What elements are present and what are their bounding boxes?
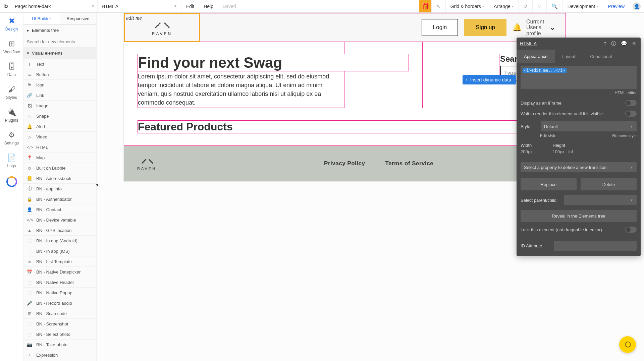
- element-icon: 🎤: [27, 301, 32, 306]
- gift-icon[interactable]: 🎁: [419, 0, 431, 12]
- palette-item[interactable]: TText: [23, 59, 96, 69]
- close-icon[interactable]: ✕: [631, 41, 637, 47]
- palette-item[interactable]: ≡BN - List Template: [23, 256, 96, 267]
- palette-item[interactable]: 📍Map: [23, 153, 96, 163]
- rail-data[interactable]: 🗄 Data: [0, 58, 23, 81]
- comment-icon[interactable]: 💬: [620, 41, 628, 47]
- undo-button[interactable]: ↺: [518, 0, 532, 12]
- help-fab[interactable]: ⬡: [619, 336, 636, 353]
- palette-item[interactable]: ⬚BN - Screenshot: [23, 319, 96, 329]
- info-icon[interactable]: ⓘ: [610, 41, 617, 47]
- palette-item[interactable]: ⊞BN - Scan code: [23, 308, 96, 319]
- edit-menu[interactable]: Edit: [181, 0, 199, 12]
- bubble-logo[interactable]: b: [0, 3, 12, 10]
- element-selector[interactable]: HTML A ▼: [98, 0, 181, 12]
- rail-logs[interactable]: 📄 Logs: [0, 149, 23, 172]
- privacy-link[interactable]: Privacy Policy: [324, 160, 365, 167]
- styles-icon: 🖌: [8, 85, 15, 94]
- login-button[interactable]: Login: [422, 19, 459, 36]
- rail-design[interactable]: ✖ Design: [0, 13, 23, 36]
- tab-conditional[interactable]: Conditional: [583, 50, 619, 63]
- arrange-menu[interactable]: Arrange ▾: [489, 0, 518, 12]
- mode-menu[interactable]: Development ▾: [562, 0, 603, 12]
- signup-button[interactable]: Sign up: [464, 19, 506, 36]
- lock-toggle[interactable]: [625, 227, 637, 233]
- search-button[interactable]: 🔍: [546, 0, 562, 12]
- palette-item[interactable]: 📅BN - Native Datepicker: [23, 267, 96, 277]
- tab-appearance[interactable]: Appearance: [517, 50, 555, 63]
- lock-label: Lock this element (not draggable in edit…: [521, 227, 622, 232]
- tab-responsive[interactable]: Responsive: [60, 13, 97, 24]
- rail-plugins[interactable]: 🔌 Plugins: [0, 104, 23, 127]
- palette-item[interactable]: 📷BN - Take photo: [23, 340, 96, 350]
- palette-item[interactable]: ▷Video: [23, 132, 96, 142]
- replace-button[interactable]: Replace: [521, 178, 577, 190]
- html-a-element[interactable]: edit me ⟋⟍ RAVEN: [124, 13, 200, 42]
- rail-styles[interactable]: 🖌 Styles: [0, 81, 23, 104]
- palette-item[interactable]: 👤BN - Contact: [23, 204, 96, 215]
- palette-item[interactable]: ⬚BN - In app (Android): [23, 236, 96, 246]
- page-selector[interactable]: Page: home-dark ▼: [12, 0, 98, 12]
- palette-item[interactable]: 🔗Link: [23, 90, 96, 101]
- chevron-down-icon[interactable]: ⌄: [549, 23, 555, 32]
- style-select[interactable]: Default ▼: [541, 121, 637, 131]
- palette-item[interactable]: ◇Shape: [23, 111, 96, 121]
- palette-item[interactable]: </>HTML: [23, 142, 96, 153]
- palette-item[interactable]: ⚑Icon: [23, 80, 96, 90]
- preview-button[interactable]: Preview: [603, 0, 629, 12]
- reveal-button[interactable]: Reveal in the Elements tree: [521, 210, 637, 222]
- tab-layout[interactable]: Layout: [555, 50, 583, 63]
- visual-elements-header[interactable]: ▾ Visual elements: [23, 48, 96, 59]
- palette-item[interactable]: 🔔Alert: [23, 121, 96, 132]
- search-elements[interactable]: [23, 36, 96, 48]
- terms-link[interactable]: Terms of Service: [385, 160, 433, 167]
- palette-item[interactable]: 📒BN - Addressbook: [23, 173, 96, 184]
- palette-item[interactable]: ⬚BN - In app (iOS): [23, 246, 96, 256]
- inspector-title[interactable]: HTML A: [520, 41, 600, 46]
- chevron-down-icon: ▼: [91, 4, 95, 8]
- help-menu[interactable]: Help: [199, 0, 218, 12]
- grid-borders-menu[interactable]: Grid & borders ▾: [445, 0, 489, 12]
- element-icon: 🔗: [27, 93, 32, 98]
- palette-item[interactable]: ⬚BN - Native Popup: [23, 288, 96, 298]
- pointer-tool[interactable]: ↖: [431, 0, 445, 12]
- palette-item[interactable]: </>BN - Device variable: [23, 215, 96, 225]
- user-label: Current User's profile: [526, 19, 545, 37]
- palette-item[interactable]: ⓘBN - app info: [23, 184, 96, 194]
- palette-item[interactable]: ▲BN - GPS location: [23, 225, 96, 236]
- palette-item[interactable]: 🖼Image: [23, 101, 96, 111]
- tab-ui-builder[interactable]: UI Builder: [23, 13, 60, 24]
- edit-style-link[interactable]: Edit style: [540, 133, 556, 138]
- palette-item[interactable]: 🎤BN - Record audio: [23, 298, 96, 308]
- palette-item[interactable]: 🔒BN - Authenticator: [23, 194, 96, 204]
- bell-icon[interactable]: 🔔: [513, 23, 522, 32]
- elements-tree-toggle[interactable]: ▸ Elements tree: [23, 25, 96, 36]
- palette-item[interactable]: ＋Expression: [23, 350, 96, 360]
- parent-select[interactable]: ▼: [564, 195, 637, 205]
- delete-button[interactable]: Delete: [581, 178, 637, 190]
- element-icon: ＋: [27, 352, 32, 358]
- insert-dynamic-data-button[interactable]: › Insert dynamic data: [463, 75, 516, 84]
- iframe-toggle[interactable]: [625, 100, 637, 106]
- collapse-panel-icon[interactable]: ◀: [96, 183, 98, 186]
- palette-item-label: Built on Bubble: [36, 166, 65, 171]
- html-editor-link[interactable]: HTML editor: [521, 91, 637, 95]
- user-avatar[interactable]: 👤: [633, 2, 641, 10]
- html-code-input[interactable]: <i>edit me...</i>: [521, 66, 637, 89]
- rail-workflow[interactable]: ⊞ Workflow: [0, 36, 23, 58]
- id-input[interactable]: [554, 241, 637, 251]
- settings-icon: ⚙: [8, 131, 15, 139]
- transition-select[interactable]: Select a property to define a new transi…: [521, 162, 637, 172]
- rail-settings[interactable]: ⚙ Settings: [0, 127, 23, 149]
- chevron-down-icon: ▾: [482, 4, 484, 8]
- palette-item[interactable]: ⬚BN - Select photo: [23, 329, 96, 340]
- search-input[interactable]: [27, 39, 93, 44]
- remove-style-link[interactable]: Remove style: [612, 133, 637, 138]
- palette-item-label: HTML: [36, 145, 48, 150]
- palette-item[interactable]: ⬚BN - Native Header: [23, 277, 96, 288]
- palette-item[interactable]: ▭Button: [23, 69, 96, 80]
- wait-toggle[interactable]: [625, 111, 637, 117]
- help-icon[interactable]: ?: [603, 41, 607, 47]
- redo-button[interactable]: ↻: [532, 0, 546, 12]
- palette-item[interactable]: bBuilt on Bubble: [23, 163, 96, 173]
